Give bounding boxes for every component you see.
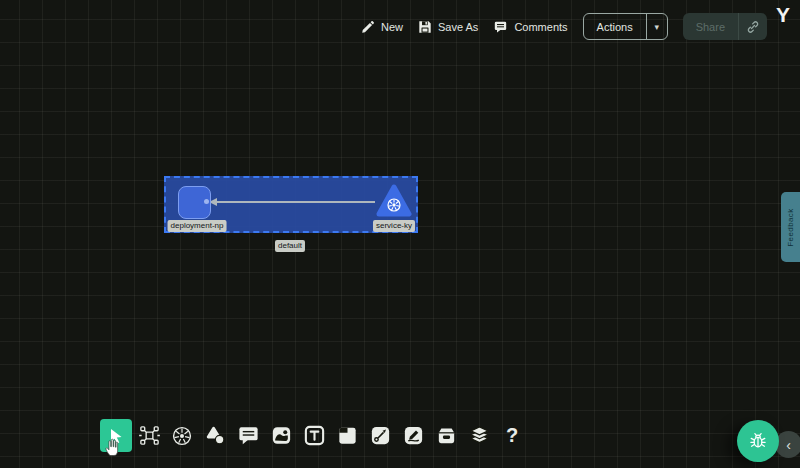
archive-drawer-icon: [435, 424, 458, 447]
shapes-icon: [204, 424, 227, 447]
new-button[interactable]: New: [361, 20, 403, 34]
share-split-button: Share: [683, 13, 767, 40]
comment-bubble-icon: [237, 424, 260, 447]
chevron-down-icon: ▾: [654, 22, 659, 32]
top-toolbar: New Save As Comments Actions: [361, 13, 767, 40]
tool-layers[interactable]: [463, 419, 495, 452]
tool-comment[interactable]: [232, 419, 264, 452]
edge-line[interactable]: [216, 201, 375, 203]
kubernetes-icon: [170, 424, 194, 448]
bug-report-button[interactable]: [737, 420, 779, 462]
new-label: New: [381, 21, 403, 33]
namespace-label: default: [275, 240, 305, 252]
text-icon: [303, 424, 326, 447]
feedback-tab[interactable]: Feedback: [781, 192, 800, 262]
actions-button[interactable]: Actions: [584, 14, 646, 39]
comments-button[interactable]: Comments: [493, 20, 567, 34]
share-button[interactable]: Share: [683, 13, 738, 40]
pen-icon: [402, 424, 425, 447]
vignette-overlay: [0, 0, 800, 468]
feedback-label: Feedback: [786, 208, 795, 246]
tool-pen[interactable]: [397, 419, 429, 452]
app-logo[interactable]: Y: [776, 3, 791, 27]
image-icon: [270, 424, 293, 447]
tool-note[interactable]: [331, 419, 363, 452]
copy-link-button[interactable]: [738, 13, 767, 40]
tool-shapes[interactable]: [199, 419, 231, 452]
canvas[interactable]: New Save As Comments Actions: [0, 0, 800, 468]
pattern-icon: [138, 424, 161, 447]
save-icon: [418, 20, 432, 34]
tool-kubernetes[interactable]: [166, 419, 198, 452]
bug-icon: [747, 430, 769, 452]
actions-dropdown-button[interactable]: ▾: [646, 14, 667, 39]
help-icon: ?: [506, 424, 518, 447]
edge-endpoint-dot: [204, 199, 209, 204]
tool-pattern[interactable]: [133, 419, 165, 452]
tool-select[interactable]: [100, 419, 132, 452]
connector-pen-icon: [369, 424, 392, 447]
tool-text[interactable]: [298, 419, 330, 452]
link-icon: [746, 20, 760, 34]
chevron-left-icon: ‹: [786, 437, 791, 453]
cursor-icon: [106, 426, 126, 446]
save-as-label: Save As: [438, 21, 478, 33]
layers-icon: [468, 424, 491, 447]
tool-connector[interactable]: [364, 419, 396, 452]
note-icon: [336, 424, 359, 447]
comment-icon: [493, 20, 508, 34]
deployment-node-label: deployment-np: [168, 220, 227, 232]
tool-palette: ?: [100, 419, 528, 452]
tool-help[interactable]: ?: [496, 419, 528, 452]
comments-label: Comments: [514, 21, 567, 33]
service-node-label: service-ky: [373, 220, 415, 232]
tool-image[interactable]: [265, 419, 297, 452]
tool-archive[interactable]: [430, 419, 462, 452]
actions-split-button: Actions ▾: [583, 13, 668, 40]
pencil-icon: [361, 20, 375, 34]
panel-collapse-button[interactable]: ‹: [775, 431, 800, 458]
save-as-button[interactable]: Save As: [418, 20, 478, 34]
service-node[interactable]: [376, 183, 412, 219]
